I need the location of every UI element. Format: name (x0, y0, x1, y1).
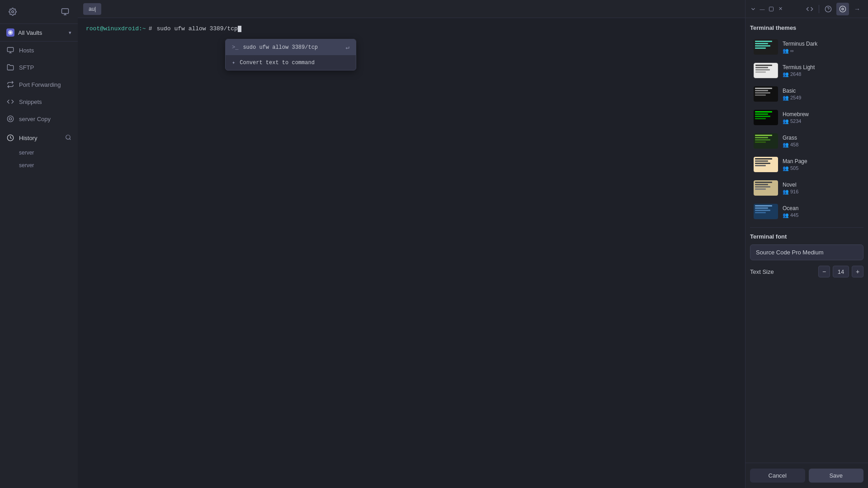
decrease-size-btn[interactable]: − (818, 266, 830, 277)
theme-name-homebrew: Homebrew (783, 111, 809, 117)
theme-item-manpage[interactable]: Man Page 👥 505 (750, 154, 863, 175)
theme-line (755, 160, 768, 162)
theme-line (755, 116, 770, 117)
terminal-tab-au[interactable]: au| (83, 3, 101, 15)
vault-selector[interactable]: All Vaults ▾ (0, 24, 78, 42)
panel-footer: Cancel Save (745, 463, 868, 488)
theme-count-grass: 👥 458 (783, 142, 798, 148)
snippets-icon (6, 98, 14, 106)
prompt-dollar: # (149, 25, 152, 32)
port-forwarding-label: Port Forwarding (19, 81, 71, 88)
server-copy-label: server Copy (19, 116, 71, 122)
themes-section-title: Terminal themes (750, 24, 863, 31)
code-panel-btn[interactable] (803, 3, 816, 15)
sidebar: All Vaults ▾ Hosts SFTP (0, 0, 78, 488)
theme-line (755, 165, 766, 166)
theme-name-terminus-dark: Terminus Dark (783, 41, 817, 47)
theme-count-homebrew: 👥 5234 (783, 118, 809, 124)
theme-list: Terminus Dark 👥 ∞ Termius Light 👥 2648 (750, 37, 863, 222)
cancel-button[interactable]: Cancel (750, 469, 805, 483)
theme-line (755, 205, 772, 206)
autocomplete-dropdown: >_ sudo ufw allow 3389/tcp ↵ ✦ Convert t… (225, 39, 356, 70)
window-controls: — ✕ (750, 6, 783, 12)
theme-line (755, 113, 768, 115)
save-button[interactable]: Save (809, 469, 864, 483)
collapse-btn[interactable] (750, 6, 756, 12)
theme-line (755, 212, 766, 213)
theme-item-basic[interactable]: Basic 👥 2549 (750, 84, 863, 104)
theme-line (755, 141, 766, 143)
history-header[interactable]: History (0, 129, 78, 146)
theme-name-novel: Novel (783, 182, 798, 188)
theme-line (755, 210, 770, 211)
close-btn[interactable]: ✕ (777, 6, 783, 12)
sidebar-item-snippets[interactable]: Snippets (0, 93, 78, 110)
minimize-btn[interactable]: — (759, 6, 765, 12)
vault-chevron: ▾ (69, 30, 71, 36)
theme-line (755, 186, 770, 188)
history-label: History (19, 135, 61, 141)
theme-count-terminus-light: 👥 2648 (783, 71, 815, 77)
right-panel: — ✕ (745, 0, 868, 488)
history-icon (6, 134, 14, 142)
svg-point-8 (9, 117, 11, 120)
font-selector-btn[interactable]: Source Code Pro Medium (750, 244, 863, 260)
theme-line (755, 69, 770, 70)
theme-thumbnail-ocean (754, 204, 778, 219)
theme-line (755, 163, 770, 164)
increase-size-btn[interactable]: + (852, 266, 863, 277)
terminal-topbar: au| (78, 0, 745, 18)
history-search-icon[interactable] (65, 134, 71, 142)
theme-item-terminus-light[interactable]: Termius Light 👥 2648 (750, 60, 863, 81)
theme-line (755, 94, 766, 96)
svg-line-11 (70, 138, 71, 140)
theme-info: Basic 👥 2549 (783, 88, 801, 101)
settings-icon[interactable] (6, 5, 19, 18)
sidebar-item-hosts[interactable]: Hosts (0, 42, 78, 59)
theme-item-terminus-dark[interactable]: Terminus Dark 👥 ∞ (750, 37, 863, 57)
theme-line (755, 188, 766, 190)
theme-line (755, 92, 770, 94)
themes-panel-btn[interactable] (836, 3, 849, 15)
theme-item-novel[interactable]: Novel 👥 916 (750, 178, 863, 198)
sidebar-item-server-copy[interactable]: server Copy (0, 110, 78, 127)
history-items: server server (0, 146, 78, 172)
history-item-0[interactable]: server (19, 146, 78, 159)
panel-icons: → (803, 3, 863, 15)
theme-info: Grass 👥 458 (783, 135, 798, 148)
autocomplete-text-1: Convert text to command (240, 60, 349, 66)
theme-info: Termius Light 👥 2648 (783, 64, 815, 77)
theme-line (755, 118, 766, 119)
text-size-value: 14 (833, 266, 849, 277)
autocomplete-item-1[interactable]: ✦ Convert text to command (226, 55, 356, 70)
theme-item-grass[interactable]: Grass 👥 458 (750, 131, 863, 151)
sidebar-item-sftp[interactable]: SFTP (0, 59, 78, 76)
theme-line (755, 90, 768, 91)
autocomplete-item-0[interactable]: >_ sudo ufw allow 3389/tcp ↵ (226, 39, 356, 55)
hosts-icon (6, 46, 14, 54)
history-item-1[interactable]: server (19, 159, 78, 172)
terminal-icon[interactable] (59, 5, 71, 18)
theme-item-ocean[interactable]: Ocean 👥 445 (750, 201, 863, 222)
snippets-label: Snippets (19, 99, 71, 105)
vault-label: All Vaults (18, 29, 65, 36)
svg-rect-12 (769, 7, 774, 11)
autocomplete-enter-icon: ↵ (346, 43, 349, 51)
prompt-line: root@winuxdroid:~# sudo ufw allow 3389/t… (86, 25, 737, 32)
maximize-btn[interactable] (768, 6, 774, 12)
theme-name-grass: Grass (783, 135, 798, 141)
theme-line (755, 137, 768, 138)
history-section: History server server (0, 129, 78, 172)
theme-info: Man Page 👥 505 (783, 158, 807, 171)
theme-line (755, 67, 768, 68)
font-section-title: Terminal font (750, 233, 863, 240)
theme-thumbnail-grass (754, 133, 778, 149)
svg-point-7 (7, 116, 13, 122)
sidebar-item-port-forwarding[interactable]: Port Forwarding (0, 76, 78, 93)
right-panel-content: Terminal themes Terminus Dark 👥 ∞ (745, 18, 868, 463)
help-panel-btn[interactable] (822, 3, 835, 15)
forward-panel-btn[interactable]: → (851, 3, 863, 15)
terminal-area[interactable]: root@winuxdroid:~# sudo ufw allow 3389/t… (78, 18, 745, 488)
text-size-label: Text Size (750, 268, 774, 275)
theme-item-homebrew[interactable]: Homebrew 👥 5234 (750, 107, 863, 128)
